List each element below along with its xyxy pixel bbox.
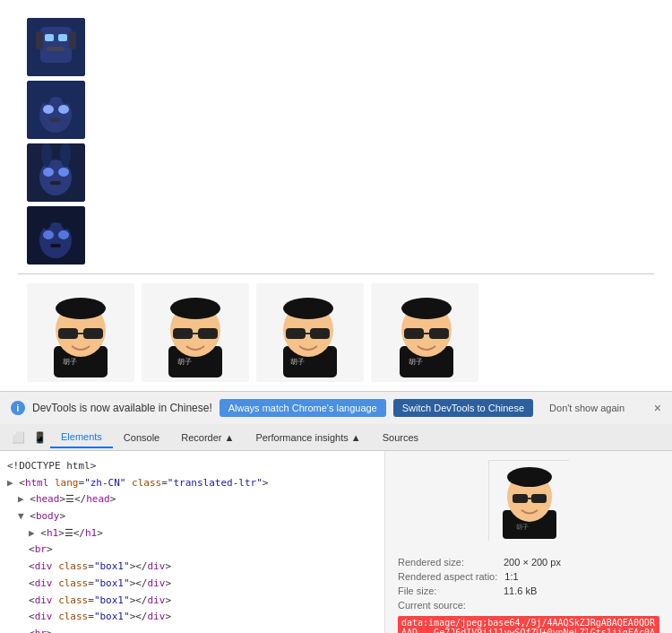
svg-point-11 <box>43 105 54 114</box>
image-column <box>27 18 85 264</box>
svg-point-19 <box>58 168 69 177</box>
svg-rect-13 <box>50 118 61 122</box>
small-image-3 <box>27 143 85 202</box>
code-line-3: ▶ <head>☰</head> <box>7 491 377 508</box>
tab-sources[interactable]: Sources <box>372 428 429 447</box>
tab-console[interactable]: Console <box>113 428 170 447</box>
devtools-mobile-button[interactable]: 📱 <box>29 427 50 448</box>
svg-text:胡子: 胡子 <box>177 358 192 366</box>
aspect-ratio-value: 1:1 <box>504 571 518 582</box>
svg-rect-1 <box>40 27 72 63</box>
notification-text: DevTools is now available in Chinese! <box>32 402 212 414</box>
code-line-9: <div class="box1"></div> <box>7 593 377 610</box>
devtools-panel: ⬜ 📱 Elements Console Recorder ▲ Performa… <box>0 424 672 633</box>
switch-devtools-button[interactable]: Switch DevTools to Chinese <box>393 399 533 417</box>
dont-show-button[interactable]: Don't show again <box>540 399 633 417</box>
code-line-10: <div class="box1"></div> <box>7 609 377 626</box>
svg-rect-65 <box>531 494 547 503</box>
code-line-2: ▶ <html lang="zh-CN" class="translated-l… <box>7 475 377 492</box>
info-panel: 胡子 Rendered size: 200 × 200 px Rendered … <box>385 451 672 633</box>
svg-text:胡子: 胡子 <box>409 358 423 366</box>
file-size-row: File size: 11.6 kB <box>398 585 659 596</box>
svg-point-47 <box>283 298 333 319</box>
svg-rect-27 <box>50 244 61 247</box>
cartoon-image-2: 胡子 <box>142 283 249 382</box>
tab-performance[interactable]: Performance insights ▲ <box>245 428 371 447</box>
source-value[interactable]: data:image/jpeg;base64,/9j/4AAQSkZJRgABA… <box>398 616 659 633</box>
browser-content: 胡子 胡子 <box>0 0 672 391</box>
code-line-7: <div class="box1"></div> <box>7 559 377 576</box>
svg-text:胡子: 胡子 <box>63 358 77 366</box>
small-image-1 <box>27 18 85 76</box>
tab-recorder[interactable]: Recorder ▲ <box>170 428 245 447</box>
svg-rect-64 <box>513 494 528 503</box>
svg-rect-5 <box>36 31 43 49</box>
source-row: Current source: data:image/jpeg;base64,/… <box>398 600 659 633</box>
info-icon: i <box>11 401 25 415</box>
match-language-button[interactable]: Always match Chrome's language <box>220 399 386 417</box>
top-section <box>18 9 654 269</box>
svg-rect-49 <box>310 328 330 339</box>
rendered-size-row: Rendered size: 200 × 200 px <box>398 557 659 568</box>
small-image-2 <box>27 81 85 139</box>
preview-image: 胡子 <box>488 460 569 541</box>
cartoon-image-1: 胡子 <box>27 283 134 382</box>
cartoon-row: 胡子 胡子 <box>27 283 654 382</box>
image-preview-area: 胡子 <box>398 460 659 548</box>
svg-rect-6 <box>69 31 76 49</box>
rendered-size-value: 200 × 200 px <box>504 557 561 568</box>
svg-point-26 <box>58 230 69 239</box>
svg-rect-57 <box>429 328 449 339</box>
code-line-8: <div class="box1"></div> <box>7 576 377 593</box>
svg-point-12 <box>58 105 69 114</box>
aspect-ratio-label: Rendered aspect ratio: <box>398 571 497 582</box>
svg-point-63 <box>507 467 552 487</box>
code-line-11: <hr> <box>7 626 377 633</box>
aspect-ratio-row: Rendered aspect ratio: 1:1 <box>398 571 659 582</box>
svg-point-25 <box>43 230 54 239</box>
file-size-label: File size: <box>398 585 496 596</box>
svg-point-39 <box>170 298 220 319</box>
svg-text:胡子: 胡子 <box>290 358 305 366</box>
svg-rect-41 <box>198 328 218 339</box>
tab-elements[interactable]: Elements <box>50 427 113 448</box>
code-line-4: ▼ <body> <box>7 508 377 525</box>
code-line-6: <br> <box>7 542 377 559</box>
svg-rect-40 <box>173 328 193 339</box>
file-size-value: 11.6 kB <box>504 585 537 596</box>
svg-point-55 <box>401 298 452 319</box>
devtools-tabs: ⬜ 📱 Elements Console Recorder ▲ Performa… <box>0 424 672 451</box>
svg-rect-32 <box>58 328 78 339</box>
devtools-content: <!DOCTYPE html> ▶ <html lang="zh-CN" cla… <box>0 451 672 633</box>
devtools-notification: i DevTools is now available in Chinese! … <box>0 391 672 424</box>
code-line-1: <!DOCTYPE html> <box>7 458 377 475</box>
svg-rect-20 <box>50 181 61 185</box>
code-panel[interactable]: <!DOCTYPE html> ▶ <html lang="zh-CN" cla… <box>0 451 385 633</box>
svg-rect-3 <box>58 34 67 41</box>
svg-rect-33 <box>83 328 103 339</box>
rendered-size-label: Rendered size: <box>398 557 496 568</box>
cartoon-image-3: 胡子 <box>256 283 364 382</box>
svg-rect-2 <box>45 34 54 41</box>
small-image-4 <box>27 206 85 264</box>
svg-rect-4 <box>47 47 65 51</box>
devtools-inspect-button[interactable]: ⬜ <box>7 427 29 448</box>
svg-rect-56 <box>404 328 424 339</box>
svg-text:胡子: 胡子 <box>516 524 529 530</box>
code-line-5: ▶ <h1>☰</h1> <box>7 525 377 542</box>
source-label: Current source: <box>398 600 496 611</box>
divider <box>18 273 654 274</box>
svg-point-18 <box>43 168 54 177</box>
close-notification-button[interactable]: × <box>654 401 661 415</box>
svg-point-31 <box>56 298 106 319</box>
svg-rect-48 <box>286 328 306 339</box>
cartoon-image-4: 胡子 <box>371 283 478 382</box>
